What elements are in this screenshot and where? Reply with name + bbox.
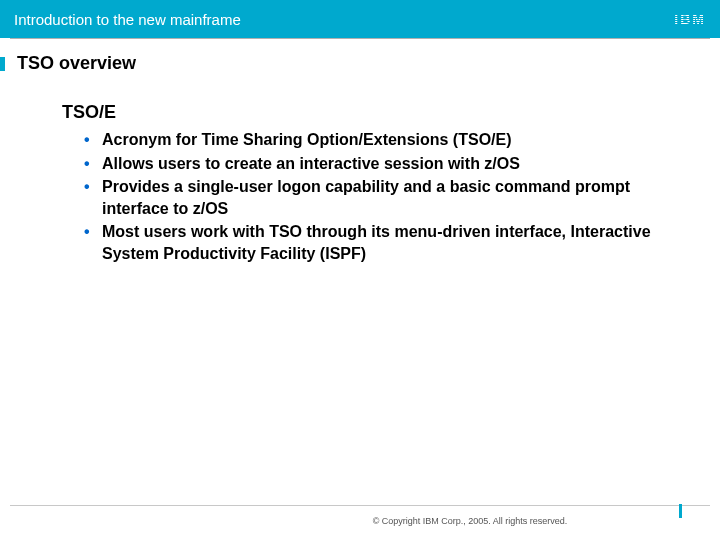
header-title: Introduction to the new mainframe — [14, 11, 241, 28]
copyright-text: © Copyright IBM Corp., 2005. All rights … — [10, 516, 710, 526]
bullet-item: Provides a single-user logon capability … — [84, 176, 680, 219]
header-bar: Introduction to the new mainframe IBM — [0, 0, 720, 38]
footer: © Copyright IBM Corp., 2005. All rights … — [10, 505, 710, 526]
footer-divider — [10, 505, 710, 506]
slide-title-region: TSO overview — [0, 39, 720, 74]
footer-accent-icon — [679, 504, 682, 518]
ibm-logo: IBM — [674, 11, 706, 27]
sub-heading: TSO/E — [62, 102, 680, 123]
slide-title: TSO overview — [17, 53, 136, 74]
bullet-item: Most users work with TSO through its men… — [84, 221, 680, 264]
bullet-item: Allows users to create an interactive se… — [84, 153, 680, 175]
accent-tick-icon — [0, 57, 5, 71]
bullet-list: Acronym for Time Sharing Option/Extensio… — [62, 129, 680, 265]
content-area: TSO/E Acronym for Time Sharing Option/Ex… — [0, 74, 720, 265]
bullet-item: Acronym for Time Sharing Option/Extensio… — [84, 129, 680, 151]
